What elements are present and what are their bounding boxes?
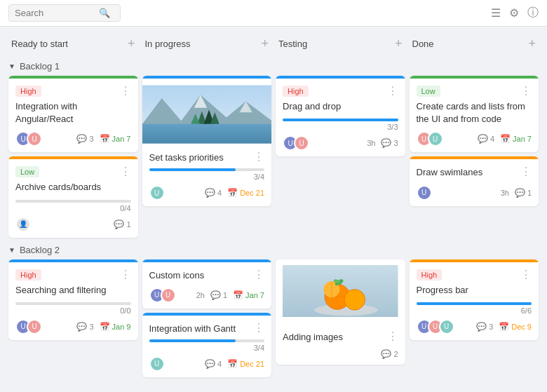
board: Ready to start + In progress + Testing +… bbox=[0, 27, 547, 392]
calendar-icon: 📅 bbox=[233, 290, 243, 300]
card-header: Set tasks priorities ⋮ bbox=[149, 151, 265, 164]
progress-wrap: 6/6 bbox=[417, 302, 532, 315]
col-header-ready: Ready to start + bbox=[8, 32, 138, 55]
card-meta: 💬3 📅Dec 9 bbox=[476, 322, 532, 332]
col-header-done: Done + bbox=[410, 32, 539, 55]
progress-label: 3/4 bbox=[149, 173, 265, 181]
card-title: Searching and filtering bbox=[15, 284, 131, 297]
card-menu-btn[interactable]: ⋮ bbox=[520, 269, 532, 281]
card-menu-btn[interactable]: ⋮ bbox=[520, 166, 532, 177]
card-border bbox=[410, 259, 539, 262]
comment-icon: 💬 bbox=[210, 290, 221, 300]
comment-icon: 💬 bbox=[76, 322, 87, 332]
card-header: Draw swimlanes ⋮ bbox=[417, 166, 532, 179]
search-input[interactable] bbox=[15, 8, 99, 18]
card-integration-gantt: Integration with Gantt ⋮ 3/4 U bbox=[142, 313, 272, 377]
calendar-icon: 📅 bbox=[100, 322, 110, 332]
lane-testing-backlog1: High ⋮ Drag and drop 3/3 U U bbox=[276, 76, 405, 238]
card-menu-btn[interactable]: ⋮ bbox=[520, 86, 532, 97]
time-label: 3h bbox=[367, 139, 375, 147]
swimlane-header-backlog1[interactable]: ▼ Backlog 1 bbox=[6, 57, 541, 76]
card-header: Adding images ⋮ bbox=[283, 328, 398, 344]
card-create-cards: Low ⋮ Create cards and lists from the UI… bbox=[410, 76, 539, 152]
card-footer: U U 2h 💬1 📅Jan 7 bbox=[149, 288, 265, 303]
progress-wrap: 3/3 bbox=[283, 119, 398, 131]
card-header: High ⋮ bbox=[15, 269, 131, 284]
progress-bar-fill bbox=[149, 168, 236, 171]
swimlane-label-backlog1: Backlog 1 bbox=[20, 61, 60, 72]
lane-ready-backlog1: High ⋮ Integration with Angular/React U … bbox=[8, 76, 138, 238]
comment-count: 💬3 bbox=[76, 134, 93, 144]
card-title: Drag and drop bbox=[283, 100, 398, 113]
progress-label: 0/0 bbox=[15, 306, 131, 315]
card-menu-btn[interactable]: ⋮ bbox=[120, 166, 131, 177]
card-menu-btn[interactable]: ⋮ bbox=[253, 269, 264, 281]
avatar: U bbox=[428, 131, 443, 147]
svg-rect-4 bbox=[142, 124, 272, 144]
swimlane-backlog1: ▼ Backlog 1 High ⋮ Integration with Angu… bbox=[6, 57, 541, 238]
avatar: U bbox=[27, 319, 42, 334]
card-title: Draw swimlanes bbox=[417, 166, 483, 179]
card-set-tasks: Set tasks priorities ⋮ 3/4 U bbox=[142, 76, 272, 206]
card-meta: 💬3 📅Jan 9 bbox=[76, 322, 130, 332]
card-integration-angular: High ⋮ Integration with Angular/React U … bbox=[8, 76, 138, 152]
filter-icon[interactable]: ☰ bbox=[491, 6, 501, 20]
avatars: U U U bbox=[417, 319, 450, 334]
chevron-icon: ▼ bbox=[8, 62, 15, 70]
search-wrap[interactable]: 🔍 bbox=[8, 4, 121, 22]
card-border bbox=[142, 76, 272, 79]
progress-bar-fill bbox=[149, 339, 236, 342]
card-header: High ⋮ bbox=[15, 86, 131, 100]
calendar-icon: 📅 bbox=[499, 322, 509, 332]
card-footer: U U 3h 💬3 bbox=[283, 135, 398, 151]
card-menu-btn[interactable]: ⋮ bbox=[120, 86, 131, 97]
avatars: U bbox=[149, 185, 161, 201]
col-title-inprogress: In progress bbox=[145, 39, 191, 49]
card-header: Low ⋮ bbox=[417, 86, 532, 100]
chevron-icon: ▼ bbox=[8, 246, 15, 254]
col-add-ready[interactable]: + bbox=[128, 36, 135, 51]
card-header: High ⋮ bbox=[417, 269, 532, 284]
avatar: U bbox=[439, 319, 454, 334]
avatar: U bbox=[27, 131, 42, 147]
badge-low: Low bbox=[417, 86, 440, 97]
col-add-done[interactable]: + bbox=[528, 36, 536, 51]
col-title-testing: Testing bbox=[278, 39, 307, 49]
comment-count: 💬4 bbox=[205, 188, 222, 198]
progress-bar-bg bbox=[149, 168, 265, 171]
card-menu-btn[interactable]: ⋮ bbox=[387, 86, 398, 97]
swimlane-label-backlog2: Backlog 2 bbox=[20, 245, 60, 255]
card-border bbox=[142, 259, 272, 262]
avatar: U bbox=[149, 356, 165, 372]
card-meta: 3h 💬3 bbox=[367, 138, 398, 148]
card-title: Progress bar bbox=[417, 284, 532, 297]
card-border bbox=[276, 76, 405, 79]
swimlane-header-backlog2[interactable]: ▼ Backlog 2 bbox=[6, 241, 541, 259]
card-footer: U U 💬4 📅Jan 7 bbox=[417, 131, 532, 147]
card-menu-btn[interactable]: ⋮ bbox=[253, 151, 264, 163]
badge-high: High bbox=[15, 269, 41, 281]
progress-bar-bg bbox=[15, 200, 131, 203]
avatar-empty: 👤 bbox=[15, 217, 31, 232]
due-date: 📅Jan 7 bbox=[500, 134, 532, 144]
info-icon[interactable]: ⓘ bbox=[527, 6, 539, 20]
progress-label: 3/3 bbox=[283, 123, 398, 131]
comment-icon: 💬 bbox=[205, 359, 215, 369]
card-menu-btn[interactable]: ⋮ bbox=[120, 269, 131, 281]
card-image-orange bbox=[283, 259, 398, 323]
card-header: Low ⋮ bbox=[15, 166, 131, 181]
card-progress-bar: High ⋮ Progress bar 6/6 U U bbox=[410, 259, 539, 340]
card-meta: 💬1 bbox=[114, 219, 130, 229]
col-title-done: Done bbox=[412, 39, 434, 49]
settings-icon[interactable]: ⚙ bbox=[509, 6, 519, 20]
card-adding-images: Adding images ⋮ 💬2 bbox=[276, 259, 405, 365]
card-menu-btn[interactable]: ⋮ bbox=[387, 331, 398, 342]
col-add-inprogress[interactable]: + bbox=[261, 36, 269, 51]
card-footer: U U 💬3 📅Jan 7 bbox=[15, 131, 131, 147]
comment-count: 💬1 bbox=[114, 219, 130, 229]
progress-label: 3/4 bbox=[149, 344, 265, 352]
col-add-testing[interactable]: + bbox=[395, 36, 403, 51]
time-label: 3h bbox=[501, 189, 509, 197]
card-menu-btn[interactable]: ⋮ bbox=[253, 323, 264, 334]
card-border bbox=[142, 313, 272, 316]
